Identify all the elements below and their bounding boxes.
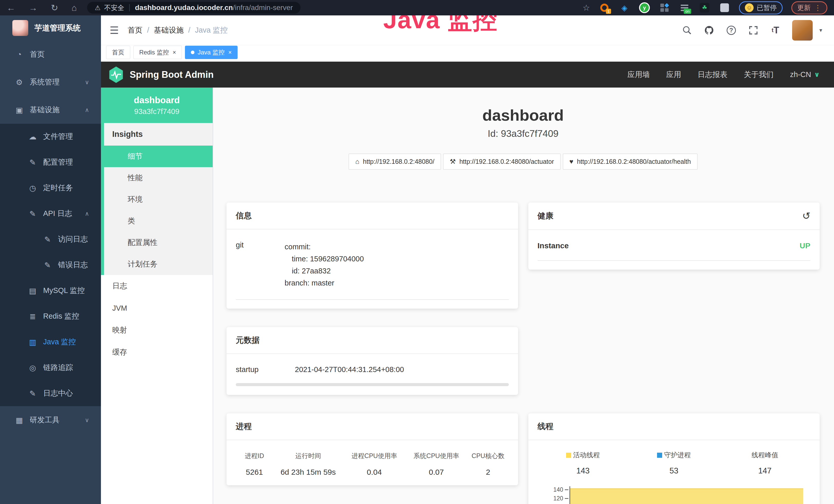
col-system-cpu: 系统CPU使用率 <box>405 452 467 460</box>
row-divider <box>236 299 509 300</box>
breadcrumb: 首页 / 基础设施 / Java 监控 <box>128 25 227 36</box>
threads-legend: 活动线程 143 守护进程 53 线程峰值 147 <box>537 451 811 476</box>
user-avatar[interactable] <box>792 20 813 41</box>
close-icon[interactable]: × <box>173 49 176 56</box>
menu-item-mappings[interactable]: 映射 <box>101 319 213 341</box>
breadcrumb-infrastructure[interactable]: 基础设施 <box>154 25 184 36</box>
endpoint-home-link[interactable]: ⌂ http://192.168.0.2:48080/ <box>349 154 441 170</box>
menu-item-environment[interactable]: 环境 <box>104 189 213 210</box>
history-icon[interactable]: ↺ <box>802 210 810 222</box>
puzzle-extensions-icon[interactable] <box>719 2 730 13</box>
sba-locale-select[interactable]: zh-CN ∨ <box>790 70 820 79</box>
app-logo-row[interactable]: 芋道管理系统 <box>0 16 101 41</box>
sidebar-item-infrastructure[interactable]: ▣ 基础设施 ∧ <box>0 96 101 124</box>
sidebar-item-dev-tools[interactable]: ▦ 研发工具 ∨ <box>0 406 101 434</box>
sba-nav-about[interactable]: 关于我们 <box>744 70 774 80</box>
breadcrumb-separator: / <box>147 26 149 35</box>
menu-item-config-props[interactable]: 配置属性 <box>104 232 213 253</box>
tab-label: Java 监控 <box>198 48 224 56</box>
sba-nav-applications[interactable]: 应用 <box>666 70 681 80</box>
sba-nav-journal[interactable]: 日志报表 <box>698 70 727 80</box>
menu-item-jvm[interactable]: JVM <box>101 297 213 319</box>
endpoint-actuator-link[interactable]: ⚒ http://192.168.0.2:48080/actuator <box>443 154 561 170</box>
menu-item-metrics[interactable]: 性能 <box>104 167 213 189</box>
daemon-threads-swatch <box>657 453 662 458</box>
col-process-cpu: 进程CPU使用率 <box>344 452 405 460</box>
more-menu-icon[interactable]: ⋮ <box>814 4 821 12</box>
home-icon[interactable]: ⌂ <box>72 3 77 13</box>
y-extension-icon[interactable]: y <box>639 2 650 13</box>
sidebar-item-error-logs[interactable]: ✎ 错误日志 <box>0 252 101 278</box>
menu-item-logging[interactable]: 日志 <box>101 275 213 297</box>
tab-label: Redis 监控 <box>139 48 169 56</box>
instance-id: 93a3fc7f7409 <box>134 107 179 116</box>
database-icon: ▤ <box>27 286 39 295</box>
sidebar-item-label: 文件管理 <box>43 132 73 142</box>
sidebar-item-api-logs[interactable]: ✎ API 日志 ∧ <box>0 201 101 226</box>
sidebar-item-mysql-monitor[interactable]: ▤ MySQL 监控 <box>0 278 101 303</box>
live-threads-label: 活动线程 <box>573 451 600 460</box>
tab-java-monitor[interactable]: Java 监控 × <box>185 46 238 59</box>
sidebar-item-access-logs[interactable]: ✎ 访问日志 <box>0 226 101 252</box>
chevron-down-icon: ∨ <box>85 417 89 423</box>
caret-down-icon[interactable]: ▾ <box>819 27 822 33</box>
metadata-row-label: startup <box>236 365 295 374</box>
monitor-icon: ▣ <box>13 106 25 115</box>
sba-hexagon-logo <box>109 67 124 83</box>
sidebar-item-system-mgmt[interactable]: ⚙ 系统管理 ∨ <box>0 68 101 96</box>
breadcrumb-home[interactable]: 首页 <box>128 25 142 36</box>
sidebar-item-label: 配置管理 <box>43 157 73 167</box>
help-icon[interactable]: ? <box>726 25 737 36</box>
reload-icon[interactable]: ↻ <box>51 3 58 13</box>
menu-item-classes[interactable]: 类 <box>104 210 213 232</box>
tab-label: 首页 <box>112 48 124 56</box>
chevron-down-icon: ∨ <box>85 79 89 86</box>
extension-circle-icon[interactable]: 1 <box>599 2 610 13</box>
instance-sidebar: dashboard 93a3fc7f7409 Insights 细节 性能 环境… <box>101 88 213 504</box>
sidebar-item-tracing[interactable]: ◎ 链路追踪 <box>0 355 101 381</box>
browser-update-button[interactable]: 更新 ⋮ <box>791 1 827 15</box>
menu-item-details[interactable]: 细节 <box>101 145 213 167</box>
live-threads-value: 143 <box>537 466 629 476</box>
info-card-title: 信息 <box>236 210 252 221</box>
sidebar-item-label: 错误日志 <box>58 260 88 270</box>
ssl-warning-icon: ⚠ <box>95 4 101 12</box>
grid-extension-icon[interactable] <box>659 2 670 13</box>
sidebar-toggle-icon[interactable]: ☰ <box>110 24 119 36</box>
sba-brand[interactable]: Spring Boot Admin <box>109 67 214 83</box>
horizontal-scrollbar[interactable] <box>236 383 509 386</box>
infrastructure-submenu: ☁ 文件管理 ✎ 配置管理 ◷ 定时任务 ✎ API 日志 ∧ ✎ 访问日志 ✎… <box>0 124 101 406</box>
menu-item-caches[interactable]: 缓存 <box>101 341 213 363</box>
sidebar-item-label: 访问日志 <box>58 234 88 245</box>
sidebar-item-file-mgmt[interactable]: ☁ 文件管理 <box>0 124 101 150</box>
sidebar-item-java-monitor[interactable]: ▥ Java 监控 <box>0 329 101 355</box>
github-icon[interactable] <box>704 25 715 36</box>
pin-extension-icon[interactable]: ◈ <box>619 2 630 13</box>
leaf-extension-icon[interactable]: ☘ <box>699 2 710 13</box>
back-icon[interactable]: ← <box>7 3 16 13</box>
process-card: 进程 进程ID 运行时间 进程CPU使用率 系统CPU使用率 CPU核心数 52… <box>226 413 518 485</box>
address-bar[interactable]: ⚠ 不安全 dashboard.yudao.iocoder.cn /infra/… <box>87 2 301 14</box>
sba-nav-wallboard[interactable]: 应用墙 <box>628 70 650 80</box>
endpoint-health-link[interactable]: ♥ http://192.168.0.2:48080/actuator/heal… <box>563 154 698 170</box>
paused-profile-chip[interactable]: ☺ 已暂停 <box>739 1 783 15</box>
sidebar-item-config-mgmt[interactable]: ✎ 配置管理 <box>0 150 101 175</box>
sidebar-item-log-center[interactable]: ✎ 日志中心 <box>0 381 101 406</box>
process-table: 进程ID 运行时间 进程CPU使用率 系统CPU使用率 CPU核心数 5261 … <box>236 452 509 477</box>
sidebar-item-label: 研发工具 <box>30 415 60 425</box>
tab-home[interactable]: 首页 <box>106 46 130 59</box>
sidebar-item-home[interactable]: ◔ 首页 <box>0 41 101 68</box>
sidebar-item-redis-monitor[interactable]: ≣ Redis 监控 <box>0 303 101 329</box>
url-path: /infra/admin-server <box>233 4 293 12</box>
menu-item-scheduled-tasks[interactable]: 计划任务 <box>104 253 213 275</box>
tab-redis-monitor[interactable]: Redis 监控 × <box>133 46 182 59</box>
forward-icon[interactable]: → <box>29 3 38 13</box>
bookmark-star-icon[interactable]: ☆ <box>583 3 590 13</box>
font-size-icon[interactable]: tT <box>770 25 781 36</box>
switch-extension-icon[interactable]: on <box>679 2 690 13</box>
close-icon[interactable]: × <box>228 49 232 56</box>
sidebar-item-scheduled-jobs[interactable]: ◷ 定时任务 <box>0 175 101 201</box>
instance-header[interactable]: dashboard 93a3fc7f7409 <box>101 88 213 123</box>
search-icon[interactable] <box>682 25 693 36</box>
fullscreen-icon[interactable] <box>748 25 759 36</box>
